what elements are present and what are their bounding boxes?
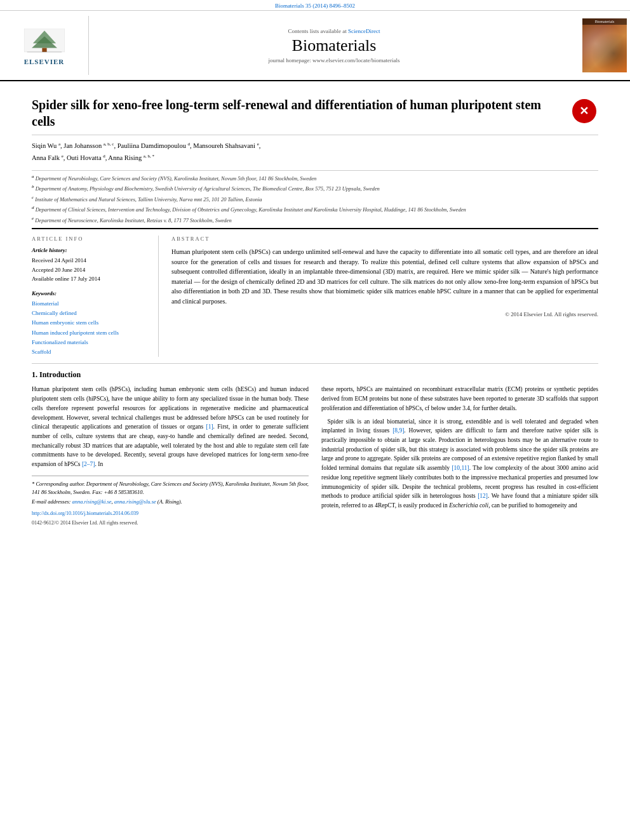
author-hovatta: Outi Hovatta d: [67, 154, 105, 161]
author-shahsavani: Mansoureh Shahsavani e: [193, 142, 258, 149]
intro-right-para-1: these reports, hPSCs are maintained on r…: [321, 385, 598, 413]
affiliation-e: e Department of Neuroscience, Karolinska…: [32, 215, 598, 225]
email-link[interactable]: anna.rising@ki.se: [72, 498, 111, 505]
affiliation-b: b Department of Anatomy, Physiology and …: [32, 183, 598, 193]
affiliation-c: c Institute of Mathematics and Natural S…: [32, 194, 598, 204]
available-date: Available online 17 July 2014: [32, 274, 149, 283]
article-main: Spider silk for xeno-free long-term self…: [0, 81, 630, 541]
elsevier-logo: ELSEVIER: [0, 16, 89, 75]
keyword-6: Scaffold: [32, 347, 149, 357]
author-wu: Siqin Wu a: [32, 142, 60, 149]
ref-8-9: [8,9]: [392, 427, 404, 434]
article-info-col: ARTICLE INFO Article history: Received 2…: [32, 236, 159, 357]
cover-texture: [582, 25, 627, 72]
keyword-3: Human embryonic stem cells: [32, 318, 149, 328]
intro-left-para: Human pluripotent stem cells (hPSCs), in…: [32, 385, 309, 469]
ref-2-7: [2–7]: [82, 461, 95, 467]
intro-right-para-2: Spider silk is an ideal biomaterial, sin…: [321, 417, 598, 510]
section-number: 1.: [32, 370, 37, 379]
cover-title: Biomaterials: [582, 18, 627, 25]
email-link-2[interactable]: anna.rising@slu.se: [114, 498, 156, 505]
article-info-header: ARTICLE INFO: [32, 236, 149, 242]
footnote-corresponding: * Corresponding author. Department of Ne…: [32, 480, 309, 497]
article-title-section: Spider silk for xeno-free long-term self…: [32, 89, 598, 135]
keywords-section: Keywords: Biomaterial Chemically defined…: [32, 290, 149, 357]
author-rising: Anna Rising a, b, *: [108, 154, 154, 161]
footnote-section: * Corresponding author. Department of Ne…: [32, 476, 309, 527]
keyword-5: Functionalized materials: [32, 338, 149, 347]
doi-link[interactable]: http://dx.doi.org/10.1016/j.biomaterials…: [32, 510, 138, 516]
intro-right-col: these reports, hPSCs are maintained on r…: [321, 385, 598, 527]
ref-10-11: [10,11]: [452, 465, 469, 471]
journal-header-section: ELSEVIER Contents lists available at Sci…: [0, 11, 630, 81]
introduction-section: 1. Introduction Human pluripotent stem c…: [32, 364, 598, 533]
article-title: Spider silk for xeno-free long-term self…: [32, 97, 563, 130]
article-info-abstract-section: ARTICLE INFO Article history: Received 2…: [32, 229, 598, 364]
journal-header-center: Contents lists available at ScienceDirec…: [89, 16, 579, 75]
ref-12: [12]: [478, 493, 488, 499]
cover-image: Biomaterials: [582, 18, 627, 72]
keyword-2: Chemically defined: [32, 309, 149, 318]
author-line: Siqin Wu a, Jan Johansson a, b, c, Pauli…: [32, 140, 598, 151]
affiliation-a: a Department of Neurobiology, Care Scien…: [32, 173, 598, 183]
elsevier-text: ELSEVIER: [24, 58, 65, 65]
journal-title: Biomaterials: [292, 36, 377, 55]
abstract-col: ABSTRACT Human pluripotent stem cells (h…: [171, 236, 598, 357]
journal-homepage: journal homepage: www.elsevier.com/locat…: [269, 57, 400, 63]
affiliations-section: a Department of Neurobiology, Care Scien…: [32, 171, 598, 230]
intro-left-col: Human pluripotent stem cells (hPSCs), in…: [32, 385, 309, 527]
journal-cover: Biomaterials: [579, 16, 630, 75]
author-falk: Anna Falk e: [32, 154, 64, 161]
abstract-text: Human pluripotent stem cells (hPSCs) can…: [171, 247, 598, 306]
citation-text: Biomaterials 35 (2014) 8496–8502: [275, 3, 355, 9]
article-history-label: Article history:: [32, 247, 149, 253]
keyword-4: Human induced pluripotent stem cells: [32, 328, 149, 338]
science-direct-link[interactable]: ScienceDirect: [348, 28, 380, 34]
svg-rect-3: [42, 48, 46, 51]
author-line-2: Anna Falk e, Outi Hovatta d, Anna Rising…: [32, 152, 598, 163]
ref-1: [1]: [206, 423, 213, 430]
footer-issn: 0142-9612/© 2014 Elsevier Ltd. All right…: [32, 519, 309, 527]
copyright-line: © 2014 Elsevier Ltd. All rights reserved…: [171, 311, 598, 317]
author-damdimopoulou: Pauliina Damdimopoulou d: [117, 142, 190, 149]
contents-text: Contents lists available at: [288, 28, 347, 34]
affiliation-d: d Department of Clinical Sciences, Inter…: [32, 204, 598, 214]
article-dates: Received 24 April 2014 Accepted 20 June …: [32, 256, 149, 283]
keyword-1: Biomaterial: [32, 299, 149, 309]
accepted-date: Accepted 20 June 2014: [32, 265, 149, 274]
elsevier-tree-icon: [19, 26, 70, 58]
abstract-header: ABSTRACT: [171, 236, 598, 242]
footer-doi: http://dx.doi.org/10.1016/j.biomaterials…: [32, 510, 309, 518]
science-direct-line: Contents lists available at ScienceDirec…: [288, 28, 380, 34]
footnote-email: E-mail addresses: anna.rising@ki.se, ann…: [32, 498, 309, 506]
crossmark-icon: ✕: [572, 99, 596, 123]
authors-section: Siqin Wu a, Jan Johansson a, b, c, Pauli…: [32, 135, 598, 171]
section-name: Introduction: [39, 370, 81, 379]
keywords-label: Keywords:: [32, 290, 149, 297]
citation-bar: Biomaterials 35 (2014) 8496–8502: [0, 0, 630, 11]
author-johansson: Jan Johansson a, b, c: [64, 142, 114, 149]
section-title: 1. Introduction: [32, 370, 598, 380]
received-date: Received 24 April 2014: [32, 256, 149, 265]
introduction-body: Human pluripotent stem cells (hPSCs), in…: [32, 385, 598, 527]
crossmark[interactable]: ✕: [570, 97, 598, 125]
